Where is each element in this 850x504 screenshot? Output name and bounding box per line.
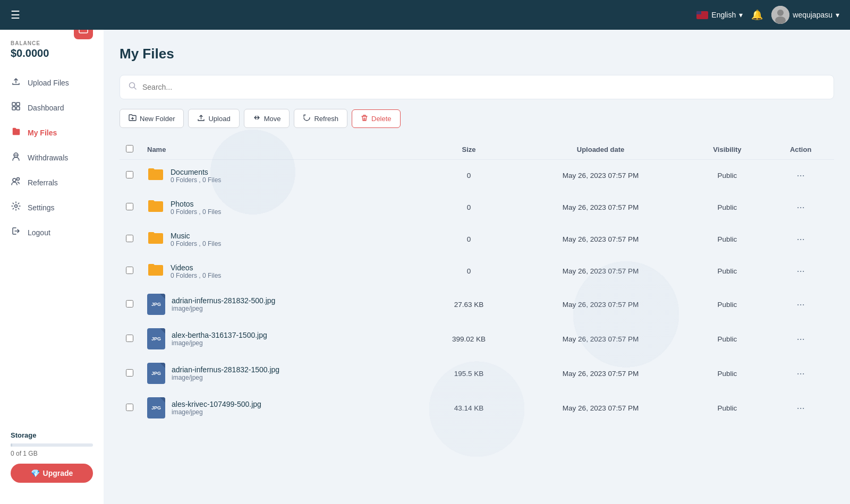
sidebar-item-label: Logout [28, 228, 50, 237]
row-size-cell: 399.02 KB [424, 322, 514, 356]
row-date-cell: May 26, 2023 07:57 PM [514, 192, 687, 224]
row-actions-button[interactable]: ··· [793, 331, 809, 347]
row-size-cell: 0 [424, 224, 514, 255]
row-actions-button[interactable]: ··· [793, 297, 809, 312]
sidebar-item-upload-files[interactable]: Upload Files [0, 70, 104, 95]
file-row-name[interactable]: JPGalex-bertha-316137-1500.jpgimage/jpeg [147, 328, 418, 349]
svg-rect-3 [79, 30, 88, 33]
row-actions-button[interactable]: ··· [793, 168, 809, 183]
sidebar-item-label: Referrals [28, 178, 58, 187]
row-size-cell: 43.14 KB [424, 391, 514, 425]
svg-point-1 [777, 10, 784, 16]
upgrade-button[interactable]: 💎 Upgrade [11, 464, 93, 483]
topnav-left: ☰ [11, 8, 20, 21]
file-sub-text: image/jpeg [172, 305, 275, 312]
select-all-checkbox[interactable] [126, 145, 133, 152]
referrals-icon [11, 176, 21, 189]
row-checkbox[interactable] [126, 300, 133, 307]
file-name-group: ales-krivec-107499-500.jpgimage/jpeg [172, 400, 261, 416]
file-row-name[interactable]: Music0 Folders , 0 Files [147, 230, 418, 249]
search-icon [129, 82, 137, 92]
sidebar-item-referrals[interactable]: Referrals [0, 170, 104, 195]
table-row: Videos0 Folders , 0 Files0May 26, 2023 0… [120, 255, 834, 287]
sidebar-item-logout[interactable]: Logout [0, 220, 104, 245]
table-row: JPGalex-bertha-316137-1500.jpgimage/jpeg… [120, 322, 834, 356]
bell-icon[interactable]: 🔔 [751, 9, 763, 21]
balance-icon [74, 30, 93, 39]
file-row-name[interactable]: Photos0 Folders , 0 Files [147, 198, 418, 217]
delete-button[interactable]: Delete [352, 109, 401, 128]
sidebar-item-settings[interactable]: Settings [0, 195, 104, 220]
user-menu[interactable]: wequjapasu ▾ [771, 6, 839, 24]
file-row-name[interactable]: JPGales-krivec-107499-500.jpgimage/jpeg [147, 397, 418, 418]
svg-rect-5 [16, 102, 20, 106]
row-checkbox-cell [120, 192, 141, 224]
upload-button[interactable]: Upload [188, 109, 239, 128]
row-checkbox-cell [120, 391, 141, 425]
row-size-cell: 0 [424, 192, 514, 224]
row-actions-button[interactable]: ··· [793, 263, 809, 279]
row-action-cell: ··· [767, 322, 834, 356]
row-actions-button[interactable]: ··· [793, 400, 809, 416]
my-files-icon [11, 126, 21, 139]
sidebar-item-label: Settings [28, 203, 55, 212]
refresh-icon [303, 114, 311, 123]
header-size: Size [424, 140, 514, 160]
balance-amount: $0.0000 [11, 47, 49, 59]
row-size-cell: 0 [424, 160, 514, 192]
file-row-name[interactable]: Videos0 Folders , 0 Files [147, 262, 418, 280]
storage-bar-background [11, 443, 93, 447]
user-chevron-icon: ▾ [836, 11, 839, 19]
file-sub-text: image/jpeg [172, 408, 261, 416]
new-folder-button[interactable]: New Folder [120, 109, 184, 128]
row-action-cell: ··· [767, 160, 834, 192]
row-checkbox[interactable] [126, 267, 133, 274]
row-checkbox[interactable] [126, 404, 133, 411]
search-bar[interactable] [120, 75, 834, 99]
file-icon: JPG [147, 363, 165, 384]
file-sub-text: image/jpeg [172, 374, 279, 381]
row-actions-button[interactable]: ··· [793, 200, 809, 215]
row-checkbox[interactable] [126, 335, 133, 342]
upgrade-label: Upgrade [43, 469, 73, 477]
app-body: BALANCE $0.0000 [0, 30, 850, 504]
new-folder-label: New Folder [140, 115, 175, 123]
table-row: JPGadrian-infernus-281832-1500.jpgimage/… [120, 356, 834, 391]
file-row-name[interactable]: JPGadrian-infernus-281832-500.jpgimage/j… [147, 294, 418, 315]
row-checkbox[interactable] [126, 369, 133, 377]
row-checkbox[interactable] [126, 171, 133, 178]
row-checkbox[interactable] [126, 203, 133, 210]
file-row-name[interactable]: JPGadrian-infernus-281832-1500.jpgimage/… [147, 363, 418, 384]
svg-point-11 [15, 205, 18, 208]
row-date-cell: May 26, 2023 07:57 PM [514, 322, 687, 356]
balance-label: BALANCE [11, 40, 49, 46]
upload-label: Upload [208, 115, 230, 123]
sidebar-item-my-files[interactable]: My Files [0, 120, 104, 145]
file-name-text: alex-bertha-316137-1500.jpg [172, 331, 267, 339]
row-actions-button[interactable]: ··· [793, 366, 809, 381]
header-visibility: Visibility [687, 140, 768, 160]
folder-icon [147, 262, 164, 280]
hamburger-menu[interactable]: ☰ [11, 8, 20, 21]
row-visibility-cell: Public [687, 160, 768, 192]
language-selector[interactable]: English ▾ [696, 11, 743, 19]
row-actions-button[interactable]: ··· [793, 232, 809, 247]
file-icon: JPG [147, 294, 165, 315]
delete-label: Delete [371, 115, 392, 123]
file-icon-label: JPG [151, 405, 161, 411]
sidebar-item-withdrawals[interactable]: Withdrawals [0, 145, 104, 170]
table-row: Music0 Folders , 0 Files0May 26, 2023 07… [120, 224, 834, 255]
row-visibility-cell: Public [687, 192, 768, 224]
row-checkbox[interactable] [126, 235, 133, 242]
avatar [771, 6, 789, 24]
row-name-cell: JPGadrian-infernus-281832-500.jpgimage/j… [141, 287, 424, 322]
file-icon: JPG [147, 328, 165, 349]
file-name-text: Music [171, 232, 221, 240]
row-date-cell: May 26, 2023 07:57 PM [514, 255, 687, 287]
move-button[interactable]: Move [244, 109, 290, 128]
refresh-button[interactable]: Refresh [294, 109, 347, 128]
sidebar-item-dashboard[interactable]: Dashboard [0, 95, 104, 120]
sidebar-navigation: Upload Files Dashboard [0, 70, 104, 421]
search-input[interactable] [142, 83, 825, 91]
file-row-name[interactable]: Documents0 Folders , 0 Files [147, 166, 418, 185]
